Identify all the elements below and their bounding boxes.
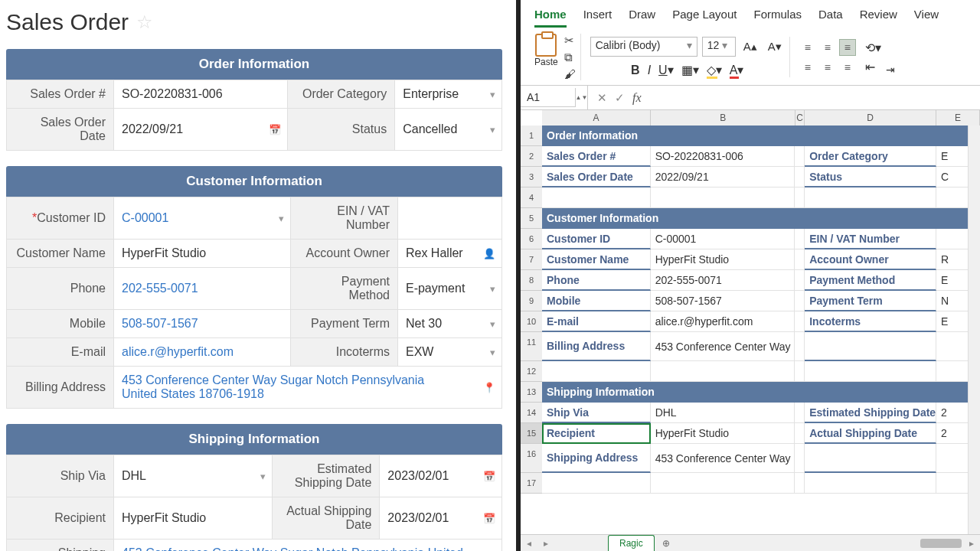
spreadsheet-grid[interactable]: ABCDE 1234567891011121314151617 Order In… [521,110,980,539]
copy-icon[interactable]: ⧉ [564,51,576,64]
row-header-6[interactable]: 6 [521,229,542,249]
grid-row[interactable]: Billing Address453 Conference Center Way… [542,332,980,361]
row-header-16[interactable]: 16 [521,444,542,473]
align-right-icon[interactable]: ≡ [839,59,856,76]
value-phone[interactable]: 202-555-0071 [114,268,291,310]
value-mobile[interactable]: 508-507-1567 [114,310,291,338]
italic-button[interactable]: I [648,64,651,77]
horizontal-scroll-thumb[interactable] [920,539,962,548]
font-name-select[interactable]: Calibri (Body) ▾ [590,37,697,57]
row-header-5[interactable]: 5 [521,208,542,229]
grid-row[interactable]: Mobile508-507-1567Payment TermN [542,291,980,311]
row-header-7[interactable]: 7 [521,249,542,270]
indent-right-icon[interactable]: ⇥ [886,64,895,76]
col-header-C[interactable]: C [795,110,804,126]
chevron-down-icon[interactable]: ▾ [279,213,284,224]
grid-row[interactable]: Sales Order #SO-20220831-006Order Catego… [542,146,980,167]
row-header-15[interactable]: 15 [521,423,542,444]
chevron-down-icon[interactable]: ▾ [260,471,266,482]
sheet-nav-prev[interactable]: ◂ [521,538,537,549]
value-payment-term[interactable]: Net 30▾ [397,310,501,338]
col-header-D[interactable]: D [805,110,936,126]
align-middle-icon[interactable]: ≡ [819,39,836,56]
tab-view[interactable]: View [914,5,939,28]
fx-icon[interactable]: fx [632,91,642,105]
row-header-2[interactable]: 2 [521,146,542,167]
grid-row[interactable]: Order Information [542,126,980,146]
row-header-10[interactable]: 10 [521,311,542,332]
enter-formula-icon[interactable]: ✓ [615,91,625,105]
chevron-down-icon[interactable]: ▾ [490,283,495,295]
chevron-down-icon[interactable]: ▾ [490,89,495,100]
tab-draw[interactable]: Draw [629,5,655,28]
row-header-12[interactable]: 12 [521,361,542,382]
grid-row[interactable]: Customer IDC-00001EIN / VAT Number [542,229,980,249]
tab-formulas[interactable]: Formulas [753,5,802,28]
font-size-select[interactable]: 12 ▾ [702,37,736,57]
cut-icon[interactable]: ✂ [564,34,576,47]
orientation-icon[interactable]: ⟲▾ [865,41,881,55]
cancel-formula-icon[interactable]: ✕ [597,91,607,105]
value-shipping-addr[interactable]: 453 Conference Center Way Sugar Notch Pe… [114,540,502,552]
value-order-date[interactable]: 2022/09/21📅 [114,109,288,151]
favorite-star-icon[interactable]: ☆ [136,11,153,33]
tab-page-layout[interactable]: Page Layout [672,5,737,28]
sheet-nav-next[interactable]: ▸ [537,538,554,549]
row-header-3[interactable]: 3 [521,167,542,187]
decrease-font-icon[interactable]: A▾ [765,38,785,55]
paste-button[interactable]: Paste [534,34,558,67]
col-header-B[interactable]: B [651,110,795,126]
add-sheet-button[interactable]: ⊕ [662,538,670,549]
scroll-right-icon[interactable]: ▸ [963,538,980,549]
grid-row[interactable] [542,187,980,208]
value-recipient[interactable]: HyperFit Studio [114,497,273,540]
row-header-8[interactable]: 8 [521,270,542,291]
indent-left-icon[interactable]: ⇤ [865,60,881,74]
row-header-11[interactable]: 11 [521,332,542,361]
align-center-icon[interactable]: ≡ [819,59,836,76]
align-bottom-icon[interactable]: ≡ [839,39,856,56]
calendar-icon[interactable]: 📅 [269,124,281,135]
person-icon[interactable]: 👤 [483,248,495,259]
vertical-scrollbar[interactable] [968,115,980,534]
value-billing-address[interactable]: 453 Conference Center Way Sugar Notch Pe… [114,367,502,409]
font-color-button[interactable]: A▾ [730,63,744,77]
grid-row[interactable]: Customer NameHyperFit StudioAccount Owne… [542,249,980,270]
tab-data[interactable]: Data [818,5,843,28]
value-act-ship-date[interactable]: 2023/02/01📅 [380,497,502,540]
value-order-category[interactable]: Enterprise▾ [395,80,502,109]
row-header-17[interactable]: 17 [521,473,542,494]
tab-home[interactable]: Home [534,5,567,28]
grid-row[interactable]: Ship ViaDHLEstimated Shipping Date2 [542,403,980,423]
increase-font-icon[interactable]: A▴ [740,38,760,55]
tab-review[interactable]: Review [860,5,897,28]
value-incoterms[interactable]: EXW▾ [397,338,501,367]
grid-row[interactable]: E-mailalice.r@hyperfit.comIncotermsE [542,311,980,332]
col-header-A[interactable]: A [542,110,651,126]
format-painter-icon[interactable]: 🖌 [564,67,576,80]
grid-row[interactable]: Sales Order Date2022/09/21StatusC [542,167,980,187]
tab-insert[interactable]: Insert [583,5,612,28]
name-box[interactable]: A1 [521,88,576,107]
row-header-13[interactable]: 13 [521,382,542,403]
grid-row[interactable]: Phone202-555-0071Payment MethodE [542,270,980,291]
grid-row[interactable] [542,361,980,382]
chevron-down-icon[interactable]: ▾ [490,124,495,135]
formula-bar[interactable] [651,95,980,101]
row-header-14[interactable]: 14 [521,403,542,423]
grid-row[interactable]: Customer Information [542,208,980,229]
value-email[interactable]: alice.r@hyperfit.com [114,338,291,367]
value-ship-via[interactable]: DHL▾ [114,455,273,497]
grid-row[interactable]: RecipientHyperFit StudioActual Shipping … [542,423,980,444]
value-customer-name[interactable]: HyperFit Studio [114,240,291,268]
grid-body[interactable]: Order InformationSales Order #SO-2022083… [542,126,980,539]
underline-button[interactable]: U▾ [658,63,674,77]
chevron-down-icon[interactable]: ▾ [490,318,495,330]
value-order-no[interactable]: SO-20220831-006 [114,80,288,109]
row-header-4[interactable]: 4 [521,187,542,208]
row-header-1[interactable]: 1 [521,126,542,146]
col-header-E[interactable]: E [936,110,980,126]
row-headers[interactable]: 1234567891011121314151617 [521,126,542,494]
value-est-ship-date[interactable]: 2023/02/01📅 [380,455,502,497]
align-top-icon[interactable]: ≡ [799,39,816,56]
